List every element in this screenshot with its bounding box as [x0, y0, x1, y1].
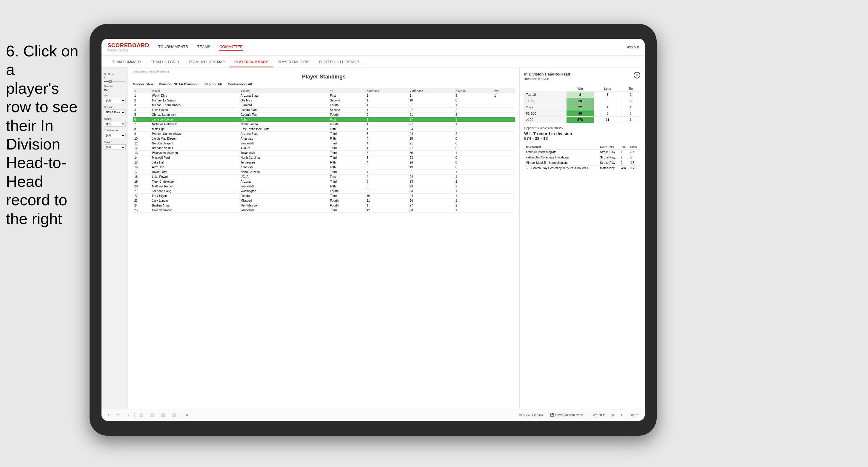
export-button[interactable]: ⬆: [619, 412, 625, 418]
table-row[interactable]: 16 Alex Goff Kentucky Fifth 8 19 0: [133, 165, 515, 170]
division-label: Division: [104, 106, 126, 108]
year-select[interactable]: (All): [104, 98, 126, 103]
sign-out-button[interactable]: Sign out: [626, 45, 639, 49]
conference-select[interactable]: (All): [104, 133, 126, 138]
tab-player-h2h-heatmap[interactable]: PLAYER H2H HEATMAP: [314, 58, 364, 67]
tool-4[interactable]: ⬜: [170, 412, 178, 418]
table-row[interactable]: 6 Jackson Koivun Auburn First 1 27 2: [133, 117, 515, 122]
cell-yr: Third: [328, 179, 365, 184]
forward-button[interactable]: →: [124, 412, 131, 418]
cell-school: New Mexico: [239, 203, 328, 208]
tab-player-h2h-grid[interactable]: PLAYER H2H GRID: [273, 58, 314, 67]
table-row[interactable]: 3 Michael Thorbjornsen Stanford Fourth 1…: [133, 103, 515, 108]
save-custom-button[interactable]: 💾 Save Custom View: [548, 412, 585, 418]
cell-reg: 8: [365, 179, 408, 184]
logo-sub: Powered by clippi: [107, 49, 149, 52]
nav-tournaments[interactable]: TOURNAMENTS: [158, 43, 188, 51]
t-cell-score: -17: [628, 150, 640, 155]
table-row[interactable]: 20 Matthew Riedel Vanderbilt Fifth 8 23 …: [133, 184, 515, 189]
redo-button[interactable]: ↪: [115, 412, 122, 418]
cell-reg: 4: [365, 160, 408, 165]
cell-win: 1: [493, 93, 515, 98]
table-row[interactable]: 18 Luke Powell UCLA First 4 24 1: [133, 175, 515, 179]
region-select[interactable]: N/A: [104, 121, 126, 127]
h2h-cell-win: 578: [566, 117, 594, 123]
tool-1[interactable]: ⬜: [137, 412, 145, 418]
logo-area: SCOREBOARD Powered by clippi: [107, 42, 149, 52]
cell-yr: Fourth: [328, 189, 365, 194]
cell-reg: 8: [365, 165, 408, 170]
table-row[interactable]: 19 Tiger Christensen Arizona Third 8 23 …: [133, 179, 515, 184]
cell-rds: 2: [454, 132, 493, 136]
table-row[interactable]: 24 Bastien Amat New Mexico Fourth 1 27 2: [133, 203, 515, 208]
table-row[interactable]: 8 Mats Ege East Tennessee State Fifth 1 …: [133, 127, 515, 132]
tab-team-summary[interactable]: TEAM SUMMARY: [107, 58, 146, 67]
cell-win: [493, 98, 515, 103]
table-row[interactable]: 15 Jake Hall Tennessee Fifth 4 24 0: [133, 160, 515, 165]
table-row[interactable]: 11 Gordon Sargent Vanderbilt Third 4 21 …: [133, 141, 515, 146]
watch-button[interactable]: Watch ▾: [591, 412, 607, 418]
player-select[interactable]: (All): [104, 145, 126, 150]
table-row[interactable]: 7 Nicholas Gabrelcik North Florida Fourt…: [133, 122, 515, 127]
cell-yr: Third: [328, 141, 365, 146]
table-row[interactable]: 10 Jacob Mac Diesen Arkansas Fifth 4 25 …: [133, 136, 515, 141]
table-row[interactable]: 21 Taehoon Song Washington Fourth 6 23 1: [133, 189, 515, 194]
close-button[interactable]: ×: [634, 72, 640, 79]
cell-rds: 1: [454, 122, 493, 127]
cell-reg: 1: [365, 203, 408, 208]
h2h-cell-loss: 6: [594, 111, 621, 117]
table-row[interactable]: 25 Cole Sherwood Vanderbilt Third 12 23 …: [133, 208, 515, 213]
table-row[interactable]: 4 Luke Claton Florida State Second 1 27 …: [133, 108, 515, 113]
gender-label: Gender: [104, 85, 126, 88]
table-row[interactable]: 9 Preston Summerhays Arizona State Third…: [133, 132, 515, 136]
cell-rds: 2: [454, 117, 493, 122]
nav-teams[interactable]: TEAMS: [197, 43, 211, 51]
table-row[interactable]: 22 Ian Gilligan Florida Third 10 24 1: [133, 194, 515, 198]
division-select[interactable]: NCAA Division I: [104, 110, 126, 115]
tool-3[interactable]: ⬜: [159, 412, 167, 418]
t-cell-score: -17: [628, 160, 640, 166]
tab-player-summary[interactable]: PLAYER SUMMARY: [229, 58, 273, 67]
cell-yr: Fourth: [328, 198, 365, 203]
h2h-cell-label: 51-100: [524, 111, 566, 117]
table-row[interactable]: 14 Maxwell Ford North Carolina Third 3 2…: [133, 155, 515, 160]
cell-reg: 4: [365, 136, 408, 141]
cell-rds: 0: [454, 141, 493, 146]
cell-num: 25: [133, 208, 150, 213]
table-row[interactable]: 17 David Ford North Carolina Third 4 21 …: [133, 170, 515, 175]
cell-school: East Tennessee State: [239, 127, 328, 132]
table-row[interactable]: 2 Michael La Sasso Ole Miss Second 1 18 …: [133, 98, 515, 103]
conference-filter: Conference: All: [228, 82, 252, 86]
tab-team-h2h-heatmap[interactable]: TEAM H2H HEATMAP: [184, 58, 229, 67]
table-row[interactable]: 1 Wenyi Ding Arizona State First 1 1 8 1: [133, 93, 515, 98]
undo-button[interactable]: ↩: [106, 412, 112, 418]
h2h-col-loss: Loss: [594, 86, 621, 92]
gender-filter: Gender: Men: [133, 82, 153, 86]
view-original-button[interactable]: 👁 View: Original: [517, 412, 545, 418]
cell-num: 11: [133, 141, 150, 146]
cell-reg: 1: [365, 117, 408, 122]
cell-rds: 2: [454, 184, 493, 189]
cell-reg: 2: [365, 113, 408, 117]
table-row[interactable]: 23 Jack Lundin Missouri Fourth 11 24 1: [133, 198, 515, 203]
t-cell-score: 18-1: [628, 166, 640, 171]
cell-reg: 4: [365, 141, 408, 146]
table-row[interactable]: 5 Christo Lamprecht Georgia Tech Fourth …: [133, 113, 515, 117]
share-button[interactable]: Share: [628, 412, 640, 418]
col-no-rds: No. Rds.: [454, 88, 493, 93]
t-cell-pos: Win: [619, 166, 628, 171]
tab-team-h2h-grid[interactable]: TEAM H2H GRID: [146, 58, 184, 67]
tournament-row: Mirabel Maui Jim Intercollegiate Stroke …: [524, 160, 640, 166]
cell-player: Cole Sherwood: [150, 208, 239, 213]
table-row[interactable]: 12 Brendan Valdes Auburn Third 1 27 0: [133, 146, 515, 151]
main-content: No Rds. 6 Gender Men Year (All) Division…: [101, 67, 645, 409]
cell-school: Missouri: [239, 198, 328, 203]
tool-2[interactable]: ⬜: [148, 412, 156, 418]
nav-committee[interactable]: COMMITTEE: [219, 43, 243, 51]
layout-button[interactable]: ⊞: [610, 412, 616, 418]
no-rds-slider[interactable]: [104, 81, 126, 82]
refresh-button[interactable]: ⟳: [184, 412, 190, 418]
cell-yr: Fourth: [328, 122, 365, 127]
table-row[interactable]: 13 Phichaksn Maichon Texas A&M Third 6 3…: [133, 151, 515, 155]
cell-win: [493, 146, 515, 151]
